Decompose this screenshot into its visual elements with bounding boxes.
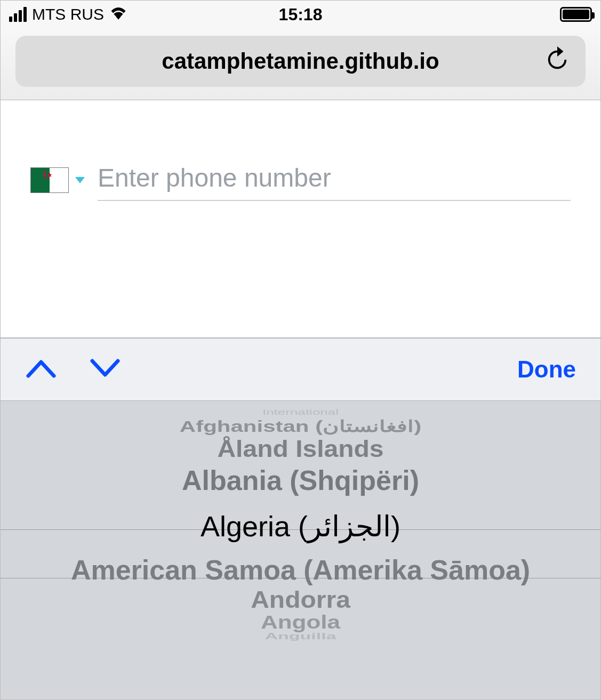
- battery-icon: [560, 7, 592, 22]
- page-content: [1, 100, 600, 338]
- reload-icon[interactable]: [545, 45, 570, 78]
- picker-item[interactable]: Afghanistan (افغانستان): [1, 417, 600, 436]
- picker-item[interactable]: Anguilla: [1, 631, 600, 642]
- status-left: MTS RUS: [9, 5, 127, 23]
- url-text: catamphetamine.github.io: [162, 49, 439, 74]
- picker-item[interactable]: Albania (Shqipëri): [1, 464, 600, 496]
- picker-item[interactable]: Angola: [1, 612, 600, 633]
- dropdown-caret-icon: [75, 177, 85, 183]
- country-select[interactable]: [30, 167, 85, 193]
- picker-item-selected[interactable]: Algeria (الجزائر): [1, 502, 600, 551]
- picker-item[interactable]: Åland Islands: [1, 435, 600, 462]
- url-bar[interactable]: catamphetamine.github.io: [15, 36, 586, 87]
- next-field-button[interactable]: [89, 358, 121, 381]
- picker-item[interactable]: Andorra: [1, 586, 600, 613]
- picker-wheel[interactable]: International Afghanistan (افغانستان) Ål…: [1, 401, 600, 699]
- picker-item[interactable]: American Samoa (Amerika Sāmoa): [1, 554, 600, 586]
- keyboard-accessory-bar: Done: [1, 338, 600, 401]
- phone-input-row: [30, 159, 571, 201]
- flag-algeria-icon: [30, 167, 69, 193]
- browser-nav-bar: catamphetamine.github.io: [1, 28, 600, 100]
- clock: 15:18: [279, 5, 323, 25]
- status-bar: MTS RUS 15:18: [1, 1, 600, 28]
- picker-item[interactable]: International: [1, 408, 600, 417]
- cell-signal-icon: [9, 7, 27, 22]
- wifi-icon: [109, 6, 127, 23]
- carrier-label: MTS RUS: [32, 5, 104, 23]
- prev-field-button[interactable]: [25, 358, 57, 381]
- done-button[interactable]: Done: [517, 356, 576, 383]
- phone-number-input[interactable]: [98, 159, 571, 201]
- device-frame: MTS RUS 15:18 catamphetamine.github.io: [0, 0, 601, 700]
- picker-list: International Afghanistan (افغانستان) Ål…: [1, 401, 600, 699]
